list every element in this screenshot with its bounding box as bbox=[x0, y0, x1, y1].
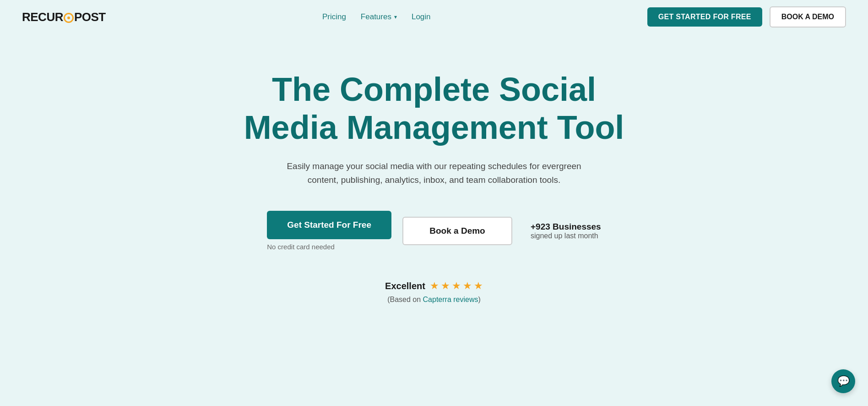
nav-pricing[interactable]: Pricing bbox=[322, 12, 346, 22]
star-2: ★ bbox=[441, 280, 450, 292]
reviews-row: Excellent ★ ★ ★ ★ ★ (Based on Capterra r… bbox=[385, 280, 483, 304]
nav-get-started-button[interactable]: GET STARTED FOR FREE bbox=[647, 7, 762, 27]
cta-primary-group: Get Started For Free No credit card need… bbox=[267, 211, 391, 251]
stars: ★ ★ ★ ★ ★ bbox=[430, 280, 483, 292]
hero-title: The Complete Social Media Management Too… bbox=[237, 71, 631, 147]
businesses-label: signed up last month bbox=[531, 232, 598, 240]
chat-icon: 💬 bbox=[837, 375, 850, 387]
excellent-row: Excellent ★ ★ ★ ★ ★ bbox=[385, 280, 483, 292]
excellent-label: Excellent bbox=[385, 281, 425, 291]
logo-post: POST bbox=[74, 10, 106, 24]
nav-book-demo-button[interactable]: BOOK A DEMO bbox=[770, 6, 846, 27]
businesses-count: +923 Businesses bbox=[531, 222, 601, 232]
hero-subtitle: Easily manage your social media with our… bbox=[274, 159, 594, 187]
hero-get-started-button[interactable]: Get Started For Free bbox=[267, 211, 391, 239]
businesses-badge: +923 Businesses signed up last month bbox=[531, 222, 601, 240]
star-1: ★ bbox=[430, 280, 439, 292]
hero-book-demo-button[interactable]: Book a Demo bbox=[402, 217, 512, 245]
hero-section: The Complete Social Media Management Too… bbox=[0, 34, 868, 331]
logo-recur: RECUR bbox=[22, 10, 63, 24]
nav-features[interactable]: Features ▾ bbox=[361, 12, 397, 22]
star-5: ★ bbox=[474, 280, 483, 292]
nav-links: Pricing Features ▾ Login bbox=[322, 12, 431, 22]
hero-cta-row: Get Started For Free No credit card need… bbox=[267, 211, 601, 251]
navbar: RECURPOST Pricing Features ▾ Login GET S… bbox=[0, 0, 868, 34]
star-4: ★ bbox=[463, 280, 472, 292]
logo[interactable]: RECURPOST bbox=[22, 10, 106, 24]
reviews-source: (Based on Capterra reviews) bbox=[387, 296, 481, 304]
capterra-link[interactable]: Capterra reviews bbox=[423, 296, 478, 303]
star-3: ★ bbox=[452, 280, 461, 292]
no-credit-card-note: No credit card needed bbox=[267, 243, 335, 251]
logo-icon bbox=[64, 13, 74, 23]
reviews-source-text: (Based on bbox=[387, 296, 423, 303]
reviews-source-close: ) bbox=[478, 296, 480, 303]
nav-buttons: GET STARTED FOR FREE BOOK A DEMO bbox=[647, 6, 846, 27]
chevron-down-icon: ▾ bbox=[394, 14, 397, 20]
chat-bubble[interactable]: 💬 bbox=[831, 369, 855, 393]
nav-login[interactable]: Login bbox=[412, 12, 431, 22]
